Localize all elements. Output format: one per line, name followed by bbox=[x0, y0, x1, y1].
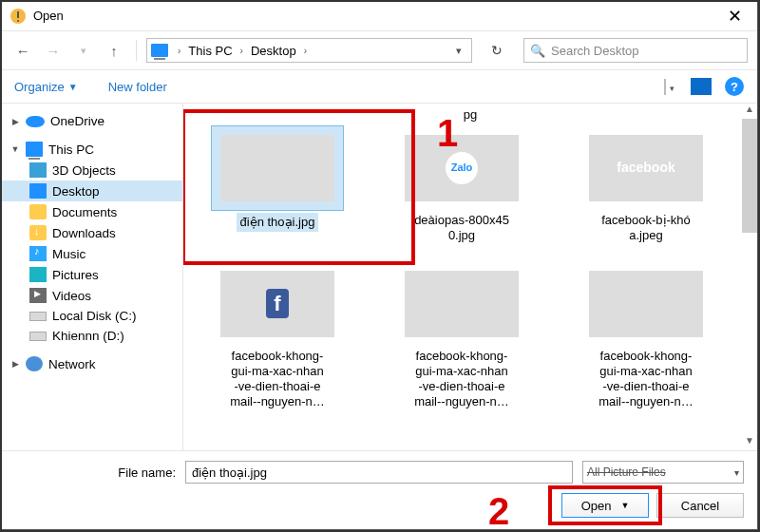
file-name: facebook-khong- gui-ma-xac-nhan -ve-dien… bbox=[414, 349, 509, 410]
pc-icon bbox=[26, 142, 43, 157]
desktop-icon bbox=[29, 183, 47, 199]
chevron-right-icon[interactable]: › bbox=[235, 46, 249, 56]
disclosure-icon[interactable]: ▶ bbox=[10, 359, 20, 369]
tree-label: Downloads bbox=[52, 226, 116, 240]
forward-button[interactable]: → bbox=[41, 38, 66, 63]
dialog-icon bbox=[9, 7, 28, 26]
preview-pane-button[interactable] bbox=[691, 78, 712, 95]
tree-label: Local Disk (C:) bbox=[52, 309, 137, 323]
tree-label: Khiennn (D:) bbox=[52, 329, 124, 343]
pc-icon bbox=[151, 44, 168, 57]
filetype-filter[interactable]: All Picture Files ▾ bbox=[582, 461, 744, 484]
tree-item-network[interactable]: ▶ Network bbox=[1, 353, 182, 374]
tree-label: Desktop bbox=[52, 184, 100, 199]
chevron-down-icon: ▼ bbox=[68, 82, 78, 92]
dialog-body: ▶ OneDrive ▼ This PC 3D Objects Deskto bbox=[1, 104, 757, 450]
svg-rect-1 bbox=[17, 11, 19, 18]
tree-item-local-disk-c[interactable]: Local Disk (C:) bbox=[1, 306, 182, 326]
tree-item-desktop[interactable]: Desktop bbox=[1, 180, 182, 201]
tree-label: Network bbox=[48, 357, 96, 371]
split-dropdown-icon[interactable]: ▼ bbox=[620, 501, 629, 510]
disclosure-icon[interactable]: ▶ bbox=[10, 117, 20, 126]
help-icon[interactable]: ? bbox=[725, 77, 744, 96]
breadcrumb-this-pc[interactable]: This PC bbox=[186, 44, 234, 58]
file-pane[interactable]: pg điện thoại.jpg Zalo deàiopas-800x45 0… bbox=[183, 104, 757, 450]
tree-label: Videos bbox=[52, 289, 91, 303]
tree-label: Documents bbox=[52, 205, 117, 219]
tree-item-videos[interactable]: Videos bbox=[1, 285, 182, 306]
tree-item-downloads[interactable]: Downloads bbox=[1, 222, 182, 243]
thumbnail bbox=[589, 271, 703, 337]
network-icon bbox=[26, 356, 43, 371]
tree-label: Pictures bbox=[52, 268, 99, 282]
breadcrumb-desktop[interactable]: Desktop bbox=[249, 44, 298, 58]
folder-icon bbox=[29, 204, 47, 219]
refresh-button[interactable]: ↻ bbox=[482, 38, 512, 63]
tree-item-this-pc[interactable]: ▼ This PC bbox=[1, 139, 182, 160]
disk-icon bbox=[29, 332, 47, 341]
new-folder-button[interactable]: New folder bbox=[108, 80, 167, 94]
nav-row: ← → ▾ ↑ › This PC › Desktop › ▾ ↻ 🔍 Sear… bbox=[1, 31, 757, 69]
disclosure-icon[interactable]: ▼ bbox=[10, 144, 20, 154]
back-button[interactable]: ← bbox=[10, 38, 35, 63]
tree-item-onedrive[interactable]: ▶ OneDrive bbox=[1, 111, 182, 131]
file-name: facebook-khong- gui-ma-xac-nhan -ve-dien… bbox=[598, 349, 694, 410]
search-icon: 🔍 bbox=[530, 44, 545, 58]
tree-label: Music bbox=[52, 247, 86, 261]
chevron-right-icon[interactable]: › bbox=[298, 46, 313, 56]
organize-label: Organize bbox=[14, 80, 65, 94]
file-item[interactable]: Zalo deàiopas-800x45 0.jpg bbox=[381, 125, 542, 244]
downloads-icon bbox=[29, 225, 47, 240]
cancel-button-label: Cancel bbox=[681, 499, 719, 513]
filename-label: File name: bbox=[14, 466, 176, 480]
tree-label: OneDrive bbox=[50, 114, 104, 128]
file-name: điện thoại.jpg bbox=[237, 213, 319, 232]
file-name: facebook-khong- gui-ma-xac-nhan -ve-dien… bbox=[230, 349, 325, 410]
open-dialog: Open ✕ ← → ▾ ↑ › This PC › Desktop › ▾ ↻… bbox=[0, 0, 758, 530]
file-item[interactable]: điện thoại.jpg bbox=[197, 125, 358, 244]
filename-input[interactable] bbox=[185, 461, 573, 484]
pictures-icon bbox=[29, 267, 47, 282]
open-button-label: Open bbox=[581, 499, 612, 513]
view-mode-button[interactable] bbox=[664, 79, 666, 95]
truncated-filename-above: pg bbox=[187, 107, 753, 122]
videos-icon bbox=[29, 288, 47, 303]
chevron-right-icon[interactable]: › bbox=[172, 46, 186, 56]
address-bar[interactable]: › This PC › Desktop › ▾ bbox=[146, 38, 472, 63]
search-box[interactable]: 🔍 Search Desktop bbox=[523, 38, 748, 63]
organize-menu[interactable]: Organize ▼ bbox=[14, 80, 78, 94]
tree-item-documents[interactable]: Documents bbox=[1, 201, 182, 222]
tree-item-music[interactable]: Music bbox=[1, 243, 182, 264]
thumbnail bbox=[405, 271, 519, 337]
title-bar: Open ✕ bbox=[1, 1, 757, 31]
cancel-button[interactable]: Cancel bbox=[656, 493, 744, 518]
up-button[interactable]: ↑ bbox=[102, 38, 126, 63]
file-name: facebook-bị-khó a.jpeg bbox=[601, 213, 691, 244]
address-dropdown-icon[interactable]: ▾ bbox=[450, 45, 467, 57]
disk-icon bbox=[29, 312, 47, 321]
tree-item-pictures[interactable]: Pictures bbox=[1, 264, 182, 285]
nav-tree: ▶ OneDrive ▼ This PC 3D Objects Deskto bbox=[1, 104, 183, 450]
file-item[interactable]: facebook-khong- gui-ma-xac-nhan -ve-dien… bbox=[381, 261, 542, 410]
tree-item-3d-objects[interactable]: 3D Objects bbox=[1, 160, 182, 180]
nav-separator bbox=[136, 40, 137, 61]
chevron-down-icon: ▾ bbox=[734, 467, 739, 478]
toolbar: Organize ▼ New folder ? bbox=[1, 69, 757, 104]
3d-objects-icon bbox=[29, 162, 47, 178]
search-placeholder: Search Desktop bbox=[551, 44, 639, 58]
file-item[interactable]: facebook-khong- gui-ma-xac-nhan -ve-dien… bbox=[565, 261, 727, 410]
recent-locations-dropdown[interactable]: ▾ bbox=[71, 38, 96, 63]
open-button[interactable]: Open ▼ bbox=[561, 493, 649, 518]
window-title: Open bbox=[33, 9, 64, 23]
thumbnail: Zalo bbox=[405, 135, 519, 201]
thumbnail bbox=[220, 135, 334, 201]
cloud-icon bbox=[26, 116, 45, 127]
filter-label: All Picture Files bbox=[587, 466, 666, 479]
vertical-scrollbar[interactable]: ▲ ▼ bbox=[742, 104, 757, 450]
file-item[interactable]: facebook facebook-bị-khó a.jpeg bbox=[565, 125, 727, 244]
tree-item-local-disk-d[interactable]: Khiennn (D:) bbox=[1, 326, 182, 346]
thumbnail: facebook bbox=[589, 135, 703, 201]
close-icon[interactable]: ✕ bbox=[719, 6, 750, 27]
file-item[interactable]: f facebook-khong- gui-ma-xac-nhan -ve-di… bbox=[197, 261, 358, 410]
dialog-footer: File name: All Picture Files ▾ Open ▼ Ca… bbox=[1, 450, 757, 529]
